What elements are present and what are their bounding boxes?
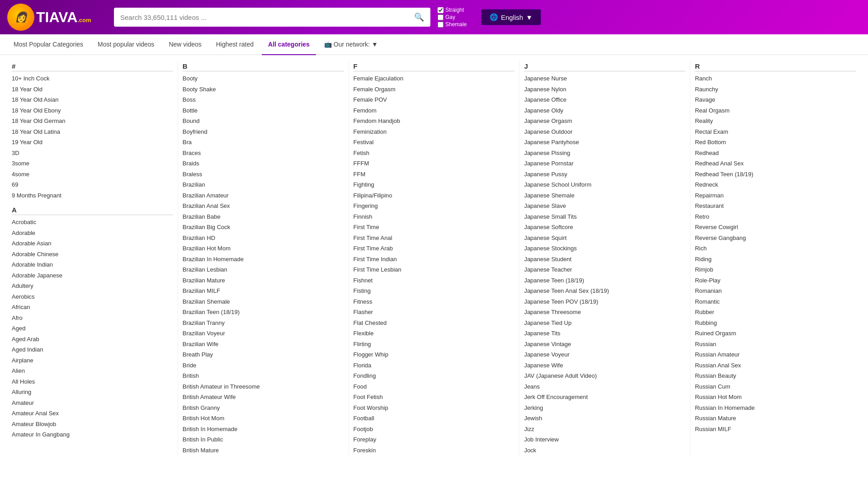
shemale-checkbox[interactable]: [438, 22, 443, 28]
cat-amateur-anal-sex[interactable]: Amateur Anal Sex: [12, 408, 173, 419]
cat-british-amateur-wife[interactable]: British Amateur Wife: [183, 392, 344, 403]
cat-booty-shake[interactable]: Booty Shake: [183, 84, 344, 95]
cat-brazilian-hot-mom[interactable]: Brazilian Hot Mom: [183, 243, 344, 254]
cat-ffm[interactable]: FFM: [354, 169, 515, 180]
cat-japanese-pissing[interactable]: Japanese Pissing: [524, 148, 685, 159]
cat-japanese-softcore[interactable]: Japanese Softcore: [524, 222, 685, 233]
cat-british-in-homemade[interactable]: British In Homemade: [183, 424, 344, 435]
cat-british-granny[interactable]: British Granny: [183, 403, 344, 413]
cat-redhead[interactable]: Redhead: [695, 148, 856, 159]
cat-18-year-old-asian[interactable]: 18 Year Old Asian: [12, 94, 173, 105]
cat-breath-play[interactable]: Breath Play: [183, 349, 344, 360]
cat-russian-mature[interactable]: Russian Mature: [695, 413, 856, 424]
cat-first-time-indian[interactable]: First Time Indian: [354, 254, 515, 265]
cat-jav[interactable]: JAV (Japanese Adult Video): [524, 371, 685, 381]
cat-afro[interactable]: Afro: [12, 313, 173, 324]
cat-brazilian-hd[interactable]: Brazilian HD: [183, 233, 344, 244]
cat-russian-in-homemade[interactable]: Russian In Homemade: [695, 403, 856, 413]
cat-japanese-pornstar[interactable]: Japanese Pornstar: [524, 158, 685, 169]
cat-japanese-school-uniform[interactable]: Japanese School Uniform: [524, 179, 685, 190]
cat-brazilian-babe[interactable]: Brazilian Babe: [183, 211, 344, 222]
cat-russian-amateur[interactable]: Russian Amateur: [695, 349, 856, 360]
cat-job-interview[interactable]: Job Interview: [524, 434, 685, 445]
cat-rubbing[interactable]: Rubbing: [695, 318, 856, 328]
nav-new-videos[interactable]: New videos: [162, 34, 208, 54]
cat-adorable-chinese[interactable]: Adorable Chinese: [12, 249, 173, 260]
cat-jewish[interactable]: Jewish: [524, 413, 685, 424]
cat-brazilian-teen[interactable]: Brazilian Teen (18/19): [183, 307, 344, 318]
cat-russian-cum[interactable]: Russian Cum: [695, 381, 856, 392]
cat-brazilian-anal-sex[interactable]: Brazilian Anal Sex: [183, 201, 344, 211]
cat-japanese-nylon[interactable]: Japanese Nylon: [524, 84, 685, 95]
nav-most-popular-videos[interactable]: Most popular videos: [91, 34, 160, 54]
cat-brazilian-milf[interactable]: Brazilian MILF: [183, 286, 344, 296]
cat-football[interactable]: Football: [354, 413, 515, 424]
cat-jock[interactable]: Jock: [524, 445, 685, 456]
cat-boss[interactable]: Boss: [183, 94, 344, 105]
gay-checkbox[interactable]: [438, 14, 443, 20]
cat-food[interactable]: Food: [354, 381, 515, 392]
cat-japanese-oldy[interactable]: Japanese Oldy: [524, 105, 685, 116]
cat-female-pov[interactable]: Female POV: [354, 94, 515, 105]
cat-russian[interactable]: Russian: [695, 339, 856, 350]
cat-japanese-tied-up[interactable]: Japanese Tied Up: [524, 318, 685, 328]
cat-first-time[interactable]: First Time: [354, 222, 515, 233]
cat-rich[interactable]: Rich: [695, 243, 856, 254]
cat-bra[interactable]: Bra: [183, 137, 344, 148]
cat-restaurant[interactable]: Restaurant: [695, 201, 856, 211]
language-button[interactable]: 🌐 English ▼: [481, 9, 541, 25]
nav-highest-rated[interactable]: Highest rated: [210, 34, 260, 54]
straight-checkbox[interactable]: [438, 7, 443, 13]
cat-japanese-pussy[interactable]: Japanese Pussy: [524, 169, 685, 180]
cat-festival[interactable]: Festival: [354, 137, 515, 148]
cat-red-bottom[interactable]: Red Bottom: [695, 137, 856, 148]
cat-japanese-teen-anal[interactable]: Japanese Teen Anal Sex (18/19): [524, 286, 685, 296]
cat-female-orgasm[interactable]: Female Orgasm: [354, 84, 515, 95]
cat-finnish[interactable]: Finnish: [354, 211, 515, 222]
cat-romantic[interactable]: Romantic: [695, 296, 856, 307]
cat-fitness[interactable]: Fitness: [354, 296, 515, 307]
cat-amateur-blowjob[interactable]: Amateur Blowjob: [12, 419, 173, 430]
cat-redneck[interactable]: Redneck: [695, 179, 856, 190]
cat-feminization[interactable]: Feminization: [354, 127, 515, 137]
cat-4some[interactable]: 4some: [12, 169, 173, 180]
cat-brazilian-shemale[interactable]: Brazilian Shemale: [183, 296, 344, 307]
cat-aerobics[interactable]: Aerobics: [12, 291, 173, 302]
cat-9-months-pregnant[interactable]: 9 Months Pregnant: [12, 190, 173, 201]
cat-jizz[interactable]: Jizz: [524, 424, 685, 435]
cat-african[interactable]: African: [12, 302, 173, 313]
search-button[interactable]: 🔍: [408, 8, 430, 27]
cat-female-ejaculation[interactable]: Female Ejaculation: [354, 73, 515, 84]
cat-fisting[interactable]: Fisting: [354, 286, 515, 296]
cat-japanese-slave[interactable]: Japanese Slave: [524, 201, 685, 211]
cat-boyfriend[interactable]: Boyfriend: [183, 127, 344, 137]
cat-british-in-public[interactable]: British In Public: [183, 434, 344, 445]
cat-braids[interactable]: Braids: [183, 158, 344, 169]
cat-russian-hot-mom[interactable]: Russian Hot Mom: [695, 392, 856, 403]
cat-brazilian-wife[interactable]: Brazilian Wife: [183, 339, 344, 350]
cat-all-holes[interactable]: All Holes: [12, 376, 173, 387]
cat-acrobatic[interactable]: Acrobatic: [12, 217, 173, 228]
nav-all-categories[interactable]: All categories: [262, 34, 316, 55]
cat-rimjob[interactable]: Rimjob: [695, 264, 856, 275]
cat-10-inch-cock[interactable]: 10+ Inch Cock: [12, 73, 173, 84]
cat-18-year-old-ebony[interactable]: 18 Year Old Ebony: [12, 105, 173, 116]
cat-brazilian-lesbian[interactable]: Brazilian Lesbian: [183, 264, 344, 275]
cat-british[interactable]: British: [183, 371, 344, 381]
cat-russian-milf[interactable]: Russian MILF: [695, 424, 856, 435]
cat-ruined-orgasm[interactable]: Ruined Orgasm: [695, 328, 856, 339]
cat-adorable-japanese[interactable]: Adorable Japanese: [12, 270, 173, 281]
cat-reality[interactable]: Reality: [695, 116, 856, 127]
cat-flirting[interactable]: Flirting: [354, 339, 515, 350]
cat-russian-anal-sex[interactable]: Russian Anal Sex: [695, 360, 856, 371]
cat-british-hot-mom[interactable]: British Hot Mom: [183, 413, 344, 424]
cat-filipina-filipino[interactable]: Filipina/Filipino: [354, 190, 515, 201]
cat-japanese-pantyhose[interactable]: Japanese Pantyhose: [524, 137, 685, 148]
cat-bottle[interactable]: Bottle: [183, 105, 344, 116]
cat-japanese-outdoor[interactable]: Japanese Outdoor: [524, 127, 685, 137]
cat-braces[interactable]: Braces: [183, 148, 344, 159]
cat-adorable-asian[interactable]: Adorable Asian: [12, 238, 173, 249]
nav-most-popular-categories[interactable]: Most Popular Categories: [7, 34, 90, 54]
cat-18-year-old-latina[interactable]: 18 Year Old Latina: [12, 127, 173, 137]
cat-first-time-lesbian[interactable]: First Time Lesbian: [354, 264, 515, 275]
